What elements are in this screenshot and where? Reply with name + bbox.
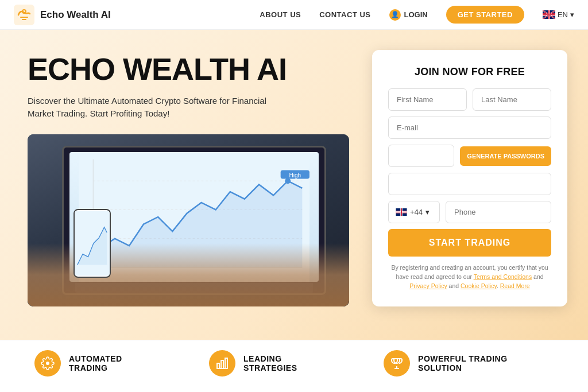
nav-links: ABOUT US CONTACT US 👤 LOGIN GET STARTED … bbox=[260, 6, 574, 24]
hero-content: ECHO WEALTH AI Discover the Ultimate Aut… bbox=[28, 53, 560, 306]
svg-rect-0 bbox=[14, 5, 34, 25]
feature-leading-strategies: LEADING STRATEGIES bbox=[209, 350, 338, 377]
leading-strategies-label: LEADING STRATEGIES bbox=[243, 354, 338, 372]
name-row bbox=[388, 88, 551, 111]
flag-icon bbox=[543, 10, 555, 19]
logo-icon bbox=[14, 5, 34, 25]
form-disclaimer: By registering and creating an account, … bbox=[388, 263, 551, 290]
nav-contact-us[interactable]: CONTACT US bbox=[319, 10, 370, 19]
header: Echo Wealth AI ABOUT US CONTACT US 👤 LOG… bbox=[0, 0, 588, 30]
trophy-icon bbox=[390, 356, 404, 370]
login-icon: 👤 bbox=[389, 9, 401, 21]
svg-point-19 bbox=[285, 178, 291, 184]
nav-login[interactable]: 👤 LOGIN bbox=[389, 9, 428, 21]
feature-automated-trading: AUTOMATED TRADING bbox=[34, 350, 163, 377]
first-name-input[interactable] bbox=[388, 88, 467, 111]
gear-icon bbox=[41, 356, 55, 370]
powerful-solution-icon bbox=[384, 350, 410, 377]
features-bar: AUTOMATED TRADING LEADING STRATEGIES POW… bbox=[0, 340, 588, 386]
logo-text: Echo Wealth AI bbox=[40, 9, 111, 21]
password-row: 7W9Peqi8e1 GENERATE PASSWORDS bbox=[388, 145, 551, 167]
phone-input[interactable] bbox=[446, 201, 551, 223]
phone-screen-svg bbox=[75, 210, 110, 277]
svg-rect-32 bbox=[225, 358, 227, 368]
country-code-chevron: ▾ bbox=[425, 208, 430, 216]
svg-rect-29 bbox=[396, 212, 407, 212]
hero-img-placeholder: High bbox=[28, 134, 349, 306]
leading-strategies-icon bbox=[209, 350, 235, 377]
hero-subtitle: Discover the Ultimate Automated Crypto S… bbox=[28, 95, 269, 121]
generate-password-button[interactable]: GENERATE PASSWORDS bbox=[460, 146, 551, 166]
phone-flag-icon bbox=[396, 208, 407, 216]
password-input[interactable]: 7W9Peqi8e1 bbox=[388, 145, 454, 167]
chart-bar-icon bbox=[215, 356, 229, 370]
read-more-link[interactable]: Read More bbox=[500, 282, 530, 289]
last-name-input[interactable] bbox=[473, 88, 551, 111]
phone-row: +44 ▾ bbox=[388, 201, 551, 223]
email-input[interactable] bbox=[388, 117, 551, 139]
country-code-label: +44 bbox=[410, 208, 423, 216]
svg-text:High: High bbox=[289, 172, 301, 178]
terms-link[interactable]: Terms and Conditions bbox=[474, 273, 532, 280]
hero-section: ECHO WEALTH AI Discover the Ultimate Aut… bbox=[0, 30, 588, 340]
nav-about-us[interactable]: ABOUT US bbox=[260, 10, 301, 19]
lang-chevron-icon: ▾ bbox=[570, 10, 574, 19]
form-title: JOIN NOW FOR FREE bbox=[388, 66, 551, 78]
logo-area: Echo Wealth AI bbox=[14, 5, 111, 25]
powerful-solution-label: POWERFUL TRADING SOLUTION bbox=[418, 354, 554, 372]
cookie-link[interactable]: Cookie Policy bbox=[461, 282, 497, 289]
login-label: LOGIN bbox=[404, 10, 428, 19]
lang-selector[interactable]: EN ▾ bbox=[543, 10, 574, 19]
get-started-button[interactable]: GET STARTED bbox=[446, 6, 524, 24]
automated-trading-label: AUTOMATED TRADING bbox=[69, 354, 163, 372]
start-trading-button[interactable]: START TRADING bbox=[388, 229, 551, 257]
automated-trading-icon bbox=[34, 350, 61, 377]
lang-label: EN bbox=[558, 10, 568, 19]
privacy-link[interactable]: Privacy Policy bbox=[409, 282, 447, 289]
hero-left: ECHO WEALTH AI Discover the Ultimate Aut… bbox=[28, 53, 349, 306]
phone-body bbox=[74, 209, 111, 278]
country-code-selector[interactable]: +44 ▾ bbox=[388, 201, 440, 223]
form-card: JOIN NOW FOR FREE 7W9Peqi8e1 GENERATE PA… bbox=[372, 50, 567, 306]
svg-rect-31 bbox=[221, 360, 223, 368]
hero-image: High bbox=[28, 134, 349, 306]
svg-rect-30 bbox=[217, 363, 219, 368]
hero-title: ECHO WEALTH AI bbox=[28, 53, 349, 86]
country-input[interactable]: United Kingdom bbox=[388, 173, 551, 195]
feature-powerful-solution: POWERFUL TRADING SOLUTION bbox=[384, 350, 554, 377]
